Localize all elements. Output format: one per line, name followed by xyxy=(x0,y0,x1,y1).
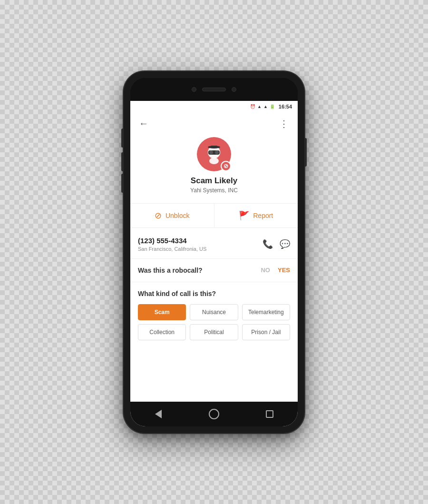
calltype-chip-nuisance[interactable]: Nuisance xyxy=(190,304,238,320)
report-label: Report xyxy=(253,212,273,219)
more-button[interactable]: ⋮ xyxy=(277,116,291,131)
status-bar: ⏰ ▲ ▲ 🔋 16:54 xyxy=(130,101,298,112)
svg-rect-4 xyxy=(213,152,215,153)
nav-home-button[interactable] xyxy=(207,407,221,421)
unblock-icon: ⊘ xyxy=(155,210,162,221)
svg-rect-7 xyxy=(211,146,217,148)
calltype-question: What kind of call is this? xyxy=(138,290,290,297)
screen: ⏰ ▲ ▲ 🔋 16:54 ← ⋮ xyxy=(130,101,298,426)
unblock-label: Unblock xyxy=(165,212,190,219)
svg-point-2 xyxy=(209,150,213,154)
phone-section: (123) 555-4334 San Francisco, Califronia… xyxy=(130,230,298,259)
back-triangle-icon xyxy=(155,410,162,418)
status-time: 16:54 xyxy=(279,104,292,109)
nav-back-button[interactable] xyxy=(152,407,165,421)
calltype-chip-scam[interactable]: Scam xyxy=(138,304,186,320)
contact-name: Scam Likely xyxy=(191,176,237,186)
robocall-no-button[interactable]: NO xyxy=(261,267,270,274)
svg-point-3 xyxy=(215,150,219,154)
action-row: ⊘ Unblock 🚩 Report xyxy=(130,203,298,228)
sensor xyxy=(232,87,236,92)
calltype-chip-political[interactable]: Political xyxy=(190,324,238,340)
phone-actions: 📞 💬 xyxy=(263,239,290,249)
profile-section: ⊘ Scam Likely Yahi Systems, INC xyxy=(130,135,298,201)
nav-recent-button[interactable] xyxy=(263,407,276,421)
signal-icon: ▲ xyxy=(263,104,268,109)
robocall-yes-button[interactable]: YES xyxy=(278,267,290,274)
phone-number: (123) 555-4334 xyxy=(138,237,263,245)
recent-square-icon xyxy=(266,410,273,418)
front-camera xyxy=(192,87,196,92)
phone-device: ⏰ ▲ ▲ 🔋 16:54 ← ⋮ xyxy=(124,71,304,433)
phone-location: San Francisco, Califronia, US xyxy=(138,246,263,252)
home-circle-icon xyxy=(209,409,219,419)
phone-screen: ⏰ ▲ ▲ 🔋 16:54 ← ⋮ xyxy=(130,78,298,426)
robocall-section: Was this a robocall? NO YES xyxy=(130,259,298,282)
bottom-nav-bar xyxy=(130,402,298,426)
back-button[interactable]: ← xyxy=(137,116,150,131)
calltype-chip-prison--jail[interactable]: Prison / Jail xyxy=(242,324,290,340)
sms-button[interactable]: 💬 xyxy=(280,239,290,249)
avatar-container: ⊘ xyxy=(197,137,231,171)
app-nav: ← ⋮ xyxy=(130,112,298,135)
robocall-question: Was this a robocall? xyxy=(138,267,203,274)
blocked-badge: ⊘ xyxy=(221,161,231,171)
calltype-section: What kind of call is this? ScamNuisanceT… xyxy=(130,282,298,348)
report-button[interactable]: 🚩 Report xyxy=(214,204,298,227)
wifi-icon: ▲ xyxy=(257,104,262,109)
calltype-grid: ScamNuisanceTelemarketingCollectionPolit… xyxy=(138,304,290,340)
call-button[interactable]: 📞 xyxy=(263,239,273,249)
calltype-chip-telemarketing[interactable]: Telemarketing xyxy=(242,304,290,320)
calltype-chip-collection[interactable]: Collection xyxy=(138,324,186,340)
phone-top-hardware xyxy=(130,78,298,101)
phone-info: (123) 555-4334 San Francisco, Califronia… xyxy=(138,237,263,252)
alarm-icon: ⏰ xyxy=(250,104,255,109)
battery-icon: 🔋 xyxy=(270,104,275,109)
svg-point-5 xyxy=(209,158,219,164)
robocall-options: NO YES xyxy=(261,267,290,274)
speaker xyxy=(202,88,226,91)
unblock-button[interactable]: ⊘ Unblock xyxy=(130,204,214,227)
report-icon: 🚩 xyxy=(239,210,249,221)
contact-org: Yahi Systems, INC xyxy=(190,187,238,194)
app-content: ← ⋮ xyxy=(130,112,298,402)
